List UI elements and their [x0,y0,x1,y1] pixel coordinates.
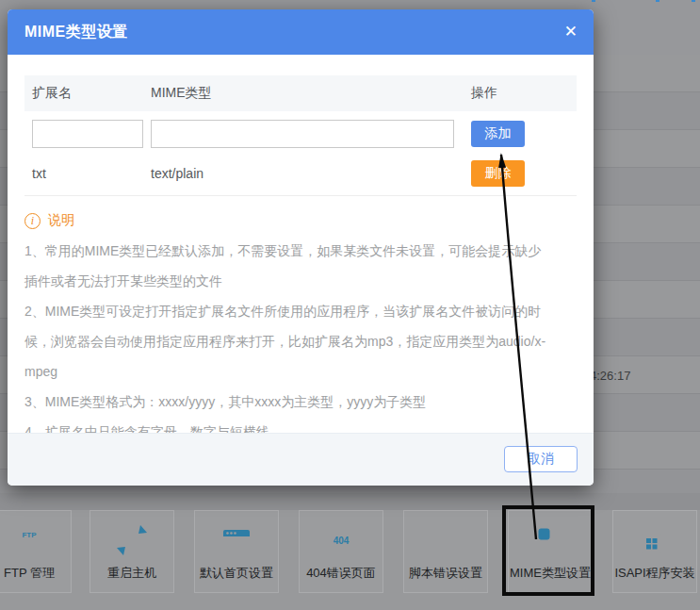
dialog-footer: 取消 [8,433,594,486]
browser-window-icon [218,521,255,559]
table-row: txt text/plain 删除 [24,152,577,196]
highlight-rectangle [502,505,594,596]
script-error-icon [427,521,464,559]
toolbar-item-script-error[interactable]: 脚本错误设置 [403,510,488,593]
toolbar-item-label: FTP 管理 [4,565,55,582]
mime-input[interactable] [151,120,454,148]
ext-input[interactable] [32,120,143,148]
toolbar-item-restart[interactable]: 重启主机 [90,510,174,593]
note-item: 3、MIME类型格式为：xxxx/yyyy，其中xxxx为主类型，yyyy为子类… [24,387,550,417]
dialog-title: MIME类型设置 [8,23,128,42]
toolbar-item-label: 脚本错误设置 [409,565,482,582]
cancel-button[interactable]: 取消 [504,446,578,472]
404-circle-icon: 404 [322,521,360,559]
toolbar-item-default-page[interactable]: 默认首页设置 [194,510,279,593]
toolbar-item-label: ISAPI程序安装 [614,565,694,582]
toolbar-item-label: 404错误页面 [306,565,376,582]
mime-cell: text/plain [151,166,471,181]
toolbar-item-isapi[interactable]: ISAPI程序安装 [612,510,697,593]
background-fragment [592,0,595,2]
table-header-row: 扩展名 MIME类型 操作 [24,75,577,111]
note-item: 2、MIME类型可设定打开指定扩展名文件所使用的应用程序，当该扩展名文件被访问的… [24,296,550,387]
column-header-ext: 扩展名 [32,85,151,102]
toolbar-item-ftp[interactable]: FTP FTP 管理 [0,510,72,593]
column-header-mime: MIME类型 [151,85,471,102]
column-header-action: 操作 [471,85,577,102]
timestamp-fragment: 4:26:17 [590,369,630,383]
ext-cell: txt [32,166,151,181]
add-button[interactable]: 添加 [471,121,525,147]
background-fragment [692,0,695,2]
isapi-windows-icon [636,521,674,559]
ftp-monitor-icon: FTP [10,521,48,559]
close-icon[interactable]: ✕ [564,22,578,42]
mime-settings-dialog: MIME类型设置 ✕ 扩展名 MIME类型 操作 添加 txt text/pla… [8,9,594,486]
note-item: 1、常用的MIME类型已经默认添加，不需要设置，如果某类文件未设置，可能会提示缺… [24,236,550,296]
add-row: 添加 [24,120,577,148]
toolbar-item-label: 重启主机 [107,565,156,582]
toolbar-item-404[interactable]: 404 404错误页面 [299,510,383,593]
delete-button[interactable]: 删除 [471,160,525,187]
note-title: 说明 [48,212,74,229]
info-icon: i [24,213,41,229]
restart-icon [113,521,151,559]
background-band [0,493,700,510]
svg-text:FTP: FTP [22,531,37,539]
note-header: i 说明 [24,211,550,230]
page: 4:26:17 FTP FTP 管理 重启主机 [0,0,700,610]
dialog-header: MIME类型设置 ✕ [8,9,594,55]
dialog-body: 扩展名 MIME类型 操作 添加 txt text/plain 删除 i 说明 [8,75,594,477]
svg-text:404: 404 [334,536,350,546]
background-fragment [656,0,659,2]
toolbar-item-label: 默认首页设置 [200,565,273,582]
